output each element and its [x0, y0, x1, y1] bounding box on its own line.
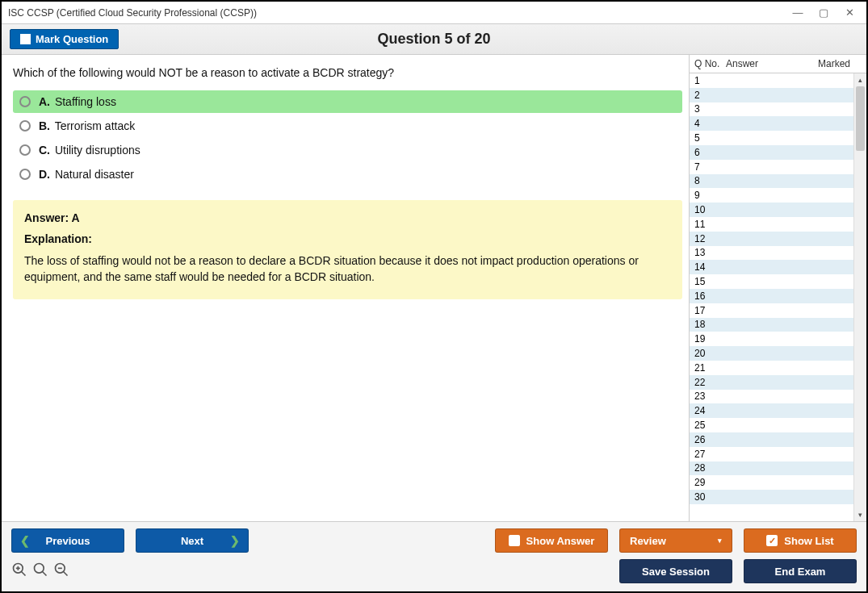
explanation-label: Explanation: [24, 232, 671, 245]
zoom-controls [11, 562, 69, 582]
minimize-icon[interactable]: — [792, 6, 803, 19]
caret-down-icon: ▾ [718, 537, 722, 545]
review-label: Review [630, 535, 666, 547]
question-list-header: Q No. Answer Marked [690, 55, 866, 73]
option-text: Staffing loss [55, 95, 116, 108]
question-list-row[interactable]: 13 [690, 246, 853, 261]
option-letter: D. [39, 168, 50, 181]
next-label: Next [181, 535, 203, 547]
chevron-right-icon: ❯ [230, 534, 240, 547]
close-icon[interactable]: ✕ [844, 6, 855, 19]
answer-option[interactable]: C. Utility disruptions [13, 139, 682, 161]
question-list-row[interactable]: 25 [690, 418, 853, 432]
question-list-row[interactable]: 28 [690, 461, 853, 476]
option-text: Natural disaster [55, 168, 134, 181]
scroll-up-icon[interactable]: ▴ [854, 73, 866, 86]
question-list-row[interactable]: 15 [690, 274, 853, 289]
zoom-reset-icon[interactable] [11, 562, 27, 582]
question-list-row[interactable]: 5 [690, 131, 853, 145]
show-list-label: Show List [784, 535, 833, 547]
question-list-row[interactable]: 26 [690, 432, 853, 447]
question-list-row[interactable]: 14 [690, 260, 853, 274]
question-list-scrollbar[interactable]: ▴ ▾ [853, 73, 866, 521]
chevron-left-icon: ❮ [20, 534, 30, 547]
mark-question-button[interactable]: Mark Question [10, 29, 119, 49]
question-text: Which of the following would NOT be a re… [13, 66, 689, 79]
question-list-row[interactable]: 1 [690, 73, 853, 88]
review-dropdown[interactable]: Review ▾ [619, 528, 732, 553]
question-list-row[interactable]: 27 [690, 447, 853, 461]
question-list-row[interactable]: 22 [690, 375, 853, 390]
scroll-thumb[interactable] [856, 86, 865, 151]
question-list-row[interactable]: 9 [690, 188, 853, 203]
question-list-row[interactable]: 6 [690, 145, 853, 160]
show-answer-button[interactable]: Show Answer [495, 528, 608, 553]
answer-option[interactable]: B. Terrorism attack [13, 115, 682, 137]
question-list-row[interactable]: 18 [690, 318, 853, 332]
checkbox-off-icon [20, 34, 31, 44]
radio-off-icon [19, 144, 31, 156]
question-list-row[interactable]: 2 [690, 88, 853, 102]
checkbox-off-icon [509, 535, 520, 546]
option-letter: A. [39, 95, 50, 108]
col-qno: Q No. [690, 58, 726, 69]
question-list-row[interactable]: 4 [690, 116, 853, 131]
question-list-row[interactable]: 10 [690, 203, 853, 217]
question-list-row[interactable]: 7 [690, 160, 853, 174]
question-counter: Question 5 of 20 [377, 31, 490, 48]
question-list-row[interactable]: 16 [690, 289, 853, 303]
question-list-row[interactable]: 17 [690, 303, 853, 318]
answer-option[interactable]: A. Staffing loss [13, 90, 682, 113]
next-button[interactable]: Next ❯ [136, 528, 249, 553]
svg-line-7 [64, 571, 68, 575]
col-answer: Answer [726, 58, 818, 69]
question-list-row[interactable]: 20 [690, 346, 853, 361]
question-content: Which of the following would NOT be a re… [2, 55, 689, 521]
checkbox-on-icon: ✓ [766, 535, 778, 546]
option-letter: B. [39, 119, 50, 132]
question-list-row[interactable]: 24 [690, 403, 853, 418]
window-titlebar: ISC CCSP (Certified Cloud Security Profe… [2, 2, 866, 24]
explanation-text: The loss of staffing would not be a reas… [24, 253, 671, 285]
question-list-row[interactable]: 11 [690, 217, 853, 232]
radio-off-icon [19, 120, 31, 132]
scroll-down-icon[interactable]: ▾ [854, 508, 866, 521]
footer: ❮ Previous Next ❯ Show Answer Review ▾ ✓… [2, 521, 866, 591]
answer-panel: Answer: A Explanation: The loss of staff… [13, 200, 682, 299]
previous-label: Previous [46, 535, 90, 547]
show-list-button[interactable]: ✓ Show List [744, 528, 857, 553]
option-letter: C. [39, 144, 50, 157]
question-list-panel: Q No. Answer Marked 12345678910111213141… [689, 55, 866, 521]
previous-button[interactable]: ❮ Previous [11, 528, 124, 553]
save-session-button[interactable]: Save Session [619, 559, 732, 583]
window-title: ISC CCSP (Certified Cloud Security Profe… [8, 7, 257, 19]
save-session-label: Save Session [642, 566, 710, 578]
svg-line-1 [22, 571, 26, 575]
svg-point-4 [35, 563, 44, 573]
radio-off-icon [19, 96, 31, 107]
zoom-in-icon[interactable] [32, 562, 48, 582]
option-text: Utility disruptions [55, 144, 140, 157]
zoom-out-icon[interactable] [53, 562, 69, 582]
question-list-row[interactable]: 21 [690, 361, 853, 375]
question-list-row[interactable]: 19 [690, 332, 853, 346]
maximize-icon[interactable]: ▢ [818, 6, 829, 19]
toolbar: Mark Question Question 5 of 20 [2, 24, 866, 55]
question-list-row[interactable]: 12 [690, 232, 853, 246]
question-list-row[interactable]: 30 [690, 490, 853, 504]
answer-label: Answer: A [24, 211, 671, 224]
question-list-row[interactable]: 23 [690, 390, 853, 404]
question-list-row[interactable]: 3 [690, 102, 853, 117]
answer-option[interactable]: D. Natural disaster [13, 163, 682, 186]
question-list-row[interactable]: 29 [690, 475, 853, 490]
mark-question-label: Mark Question [36, 33, 108, 45]
svg-line-5 [43, 571, 47, 575]
col-marked: Marked [818, 58, 866, 69]
end-exam-button[interactable]: End Exam [744, 559, 857, 583]
radio-off-icon [19, 169, 31, 180]
option-text: Terrorism attack [55, 119, 136, 132]
question-list-row[interactable]: 8 [690, 174, 853, 189]
show-answer-label: Show Answer [526, 535, 595, 547]
end-exam-label: End Exam [775, 566, 826, 578]
